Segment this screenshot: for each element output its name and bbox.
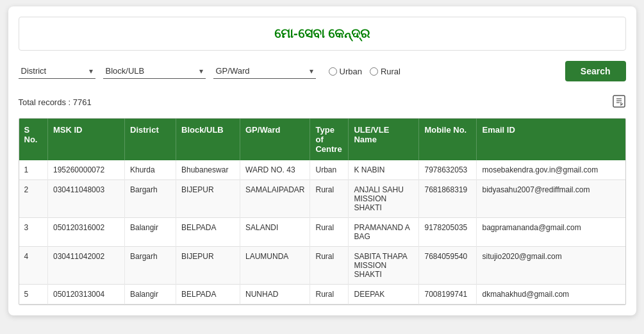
app-title: ମୋ-ସେବା କେନ୍ଦ୍ର — [274, 26, 370, 40]
table-cell: 4 — [19, 247, 48, 285]
col-type: Type of Centre — [310, 119, 349, 160]
table-cell: 030411042002 — [48, 247, 125, 285]
table-cell: LAUMUNDA — [240, 247, 310, 285]
table-cell: SABITA THAPA MISSION SHAKTI — [349, 247, 419, 285]
table-cell: 1 — [19, 160, 48, 180]
table-cell: K NABIN — [349, 160, 419, 180]
table-cell: Bhubaneswar — [176, 160, 240, 180]
table-header-row: S No. MSK ID District Block/ULB GP/Ward … — [19, 119, 625, 160]
table-cell: Rural — [310, 285, 349, 305]
district-filter-wrapper: District — [19, 63, 95, 79]
block-ulb-filter-wrapper: Block/ULB — [103, 63, 206, 79]
table-cell: mosebakendra.gov.in@gmail.com — [477, 160, 625, 180]
rural-label: Rural — [381, 67, 400, 76]
table-cell: 050120313004 — [48, 285, 125, 305]
table-cell: 7978632053 — [419, 160, 477, 180]
table-cell: BELPADA — [176, 218, 240, 247]
data-table-wrapper: S No. MSK ID District Block/ULB GP/Ward … — [19, 118, 626, 305]
filter-row: District Block/ULB GP/Ward Urban Rural S… — [19, 61, 626, 81]
area-type-radio-group: Urban Rural — [329, 67, 401, 76]
table-cell: Rural — [310, 180, 349, 218]
table-cell: Bargarh — [125, 247, 176, 285]
table-cell: Bargarh — [125, 180, 176, 218]
col-mobile: Mobile No. — [419, 119, 477, 160]
main-container: ମୋ-ସେବା କେନ୍ଦ୍ର District Block/ULB GP/Wa… — [8, 6, 636, 315]
col-vle-name: ULE/VLE Name — [349, 119, 419, 160]
search-button[interactable]: Search — [565, 61, 626, 81]
table-cell: Urban — [310, 160, 349, 180]
table-cell: bagpramananda@gmail.com — [477, 218, 625, 247]
table-cell: 7684059540 — [419, 247, 477, 285]
table-cell: DEEPAK — [349, 285, 419, 305]
table-row: 3050120316002BalangirBELPADASALANDIRural… — [19, 218, 625, 247]
rural-radio-label[interactable]: Rural — [370, 67, 400, 76]
col-email: Email ID — [477, 119, 625, 160]
table-cell: SAMALAIPADAR — [240, 180, 310, 218]
table-cell: PRAMANAND A BAG — [349, 218, 419, 247]
table-cell: BELPADA — [176, 285, 240, 305]
urban-label: Urban — [340, 67, 362, 76]
rural-radio[interactable] — [370, 67, 378, 76]
table-cell: Rural — [310, 247, 349, 285]
table-cell: ANJALI SAHU MISSION SHAKTI — [349, 180, 419, 218]
table-cell: Rural — [310, 218, 349, 247]
table-cell: bidyasahu2007@rediffmail.com — [477, 180, 625, 218]
gp-ward-select[interactable]: GP/Ward — [213, 63, 316, 79]
table-cell: 7681868319 — [419, 180, 477, 218]
header-bar: ମୋ-ସେବା କେନ୍ଦ୍ର — [19, 17, 626, 51]
col-sno: S No. — [19, 119, 48, 160]
urban-radio[interactable] — [329, 67, 337, 76]
table-cell: Balangir — [125, 285, 176, 305]
records-bar: Total records : 7761 — [19, 92, 626, 113]
table-cell: BIJEPUR — [176, 247, 240, 285]
table-row: 2030411048003BargarhBIJEPURSAMALAIPADARR… — [19, 180, 625, 218]
table-cell: Khurda — [125, 160, 176, 180]
table-row: 1195260000072KhurdaBhubaneswarWARD NO. 4… — [19, 160, 625, 180]
table-cell: dkmahakhud@gmail.com — [477, 285, 625, 305]
urban-radio-label[interactable]: Urban — [329, 67, 362, 76]
district-select[interactable]: District — [19, 63, 95, 79]
download-icon[interactable] — [612, 94, 626, 110]
col-msk-id: MSK ID — [48, 119, 125, 160]
gp-ward-filter-wrapper: GP/Ward — [213, 63, 316, 79]
table-cell: situjio2020@gmail.com — [477, 247, 625, 285]
table-cell: 7008199741 — [419, 285, 477, 305]
table-cell: Balangir — [125, 218, 176, 247]
table-cell: 030411048003 — [48, 180, 125, 218]
table-cell: WARD NO. 43 — [240, 160, 310, 180]
block-ulb-select[interactable]: Block/ULB — [103, 63, 206, 79]
table-body: 1195260000072KhurdaBhubaneswarWARD NO. 4… — [19, 160, 625, 305]
col-block-ulb: Block/ULB — [176, 119, 240, 160]
table-cell: 195260000072 — [48, 160, 125, 180]
data-table: S No. MSK ID District Block/ULB GP/Ward … — [19, 119, 625, 305]
total-records-text: Total records : 7761 — [19, 97, 92, 107]
table-cell: BIJEPUR — [176, 180, 240, 218]
col-gp-ward: GP/Ward — [240, 119, 310, 160]
table-cell: SALANDI — [240, 218, 310, 247]
col-district: District — [125, 119, 176, 160]
table-cell: 3 — [19, 218, 48, 247]
table-cell: 9178205035 — [419, 218, 477, 247]
table-row: 5050120313004BalangirBELPADANUNHADRuralD… — [19, 285, 625, 305]
table-cell: 5 — [19, 285, 48, 305]
table-cell: 2 — [19, 180, 48, 218]
table-cell: NUNHAD — [240, 285, 310, 305]
table-cell: 050120316002 — [48, 218, 125, 247]
table-row: 4030411042002BargarhBIJEPURLAUMUNDARural… — [19, 247, 625, 285]
svg-rect-0 — [613, 96, 625, 107]
